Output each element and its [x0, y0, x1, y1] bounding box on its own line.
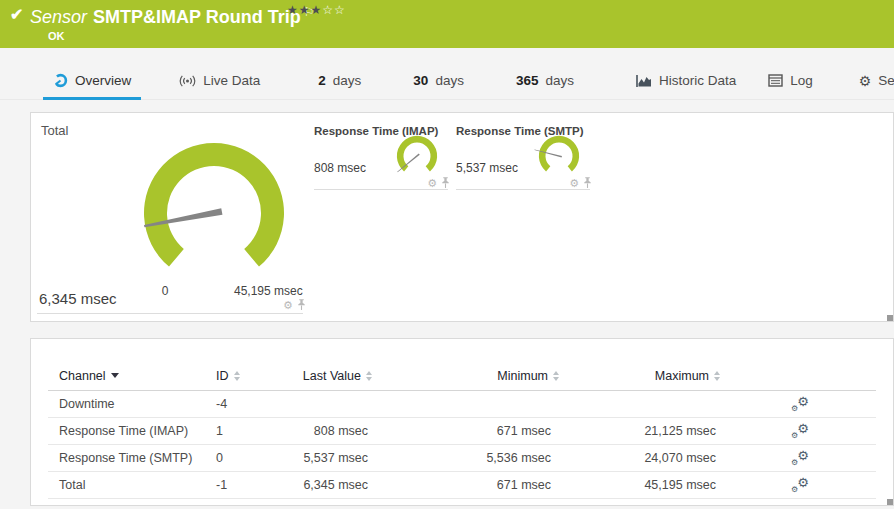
smtp-gauge [536, 133, 582, 179]
channel-settings-gears-icon[interactable]: ⚙⚙ [791, 423, 809, 439]
total-gauge-value: 6,345 msec [39, 290, 117, 307]
imap-gauge [394, 133, 440, 179]
tab-historic-data[interactable]: Historic Data [626, 65, 746, 100]
total-gauge-min-label: 0 [155, 284, 175, 298]
pin-icon[interactable] [583, 177, 592, 189]
divider [37, 313, 303, 314]
sort-desc-icon [111, 373, 119, 378]
cell-id: 1 [216, 424, 301, 438]
tab-label: days [545, 73, 574, 88]
cell-id: 0 [216, 451, 301, 465]
imap-gauge-panel: Response Time (IMAP) 808 msec ⚙ [314, 121, 454, 199]
cell-minimum: 5,536 msec [372, 451, 559, 465]
smtp-gauge-needle [534, 149, 562, 158]
column-header-id[interactable]: ID [216, 369, 301, 383]
sensor-header: ✔ SensorSMTP&IMAP Round Trip⚐ ★★★☆☆ OK [0, 0, 894, 48]
tab-number: 365 [516, 73, 539, 88]
status-ok-check-icon: ✔ [10, 5, 23, 24]
priority-stars[interactable]: ★★★☆☆ [287, 3, 346, 17]
column-header-minimum[interactable]: Minimum [372, 369, 559, 383]
tab-label: days [333, 73, 362, 88]
smtp-gauge-value: 5,537 msec [456, 161, 518, 175]
pin-icon[interactable] [441, 177, 450, 189]
log-list-icon [768, 74, 783, 87]
gauge-settings-gear-icon[interactable]: ⚙ [569, 178, 579, 189]
column-header-channel[interactable]: Channel [59, 369, 216, 383]
channel-settings-gears-icon[interactable]: ⚙⚙ [791, 450, 809, 466]
cell-last-value: 5,537 msec [301, 451, 372, 465]
cell-maximum: 45,195 msec [559, 478, 720, 492]
total-gauge-label: Total [41, 123, 68, 138]
tab-live-data[interactable]: Live Data [169, 65, 270, 100]
tab-number: 30 [413, 73, 428, 88]
priority-stars-filled: ★★★ [287, 3, 322, 17]
tab-2-days[interactable]: 2 days [308, 65, 371, 100]
tab-label: Overview [75, 73, 131, 88]
panel-resize-handle[interactable] [887, 315, 893, 321]
cell-channel: Total [59, 478, 216, 492]
imap-gauge-value: 808 msec [314, 161, 366, 175]
tab-overview[interactable]: Overview [43, 65, 141, 100]
tab-label: Live Data [203, 73, 260, 88]
cell-channel: Downtime [59, 397, 216, 411]
cell-channel: Response Time (IMAP) [59, 424, 216, 438]
gear-icon: ⚙ [859, 74, 872, 88]
pin-icon[interactable] [297, 299, 306, 311]
gauge-icon [53, 73, 68, 88]
total-gauge-max-label: 45,195 msec [234, 284, 303, 298]
area-chart-icon [636, 74, 652, 88]
sort-icon [714, 371, 720, 381]
tab-30-days[interactable]: 30 days [403, 65, 474, 100]
table-row-response-time-imap[interactable]: Response Time (IMAP) 1 808 msec 671 msec… [48, 418, 876, 445]
tab-label: days [435, 73, 464, 88]
column-label: Channel [59, 369, 106, 383]
table-header-row: Channel ID Last Value Minimum Maximum [48, 361, 876, 391]
cell-maximum: 24,070 msec [559, 451, 720, 465]
cell-maximum: 21,125 msec [559, 424, 720, 438]
channel-table: Channel ID Last Value Minimum Maximum [48, 361, 876, 499]
tab-label: Log [790, 73, 813, 88]
cell-id: -1 [216, 478, 301, 492]
table-row-total[interactable]: Total -1 6,345 msec 671 msec 45,195 msec… [48, 472, 876, 499]
tab-number: 2 [318, 73, 326, 88]
sensor-title: SMTP&IMAP Round Trip [93, 7, 301, 27]
column-header-last-value[interactable]: Last Value [301, 369, 372, 383]
divider [456, 189, 590, 190]
channels-panel: Channel ID Last Value Minimum Maximum [30, 338, 894, 506]
priority-stars-empty: ☆☆ [322, 3, 346, 17]
gauges-panel: Total 0 45,195 msec 6,345 msec ⚙ Respons… [30, 112, 894, 322]
cell-minimum: 671 msec [372, 478, 559, 492]
cell-last-value: 808 msec [301, 424, 372, 438]
tab-log[interactable]: Log [758, 65, 823, 100]
panel-resize-handle[interactable] [887, 499, 893, 505]
total-gauge [134, 133, 294, 293]
gauge-settings-gear-icon[interactable]: ⚙ [283, 300, 293, 311]
smtp-gauge-panel: Response Time (SMTP) 5,537 msec ⚙ [456, 121, 596, 199]
tab-bar: Overview Live Data 2 days 30 days 365 da… [0, 65, 894, 100]
sensor-status-badge: OK [48, 30, 65, 42]
live-data-icon [179, 74, 196, 88]
column-label: Minimum [497, 369, 548, 383]
channel-settings-gears-icon[interactable]: ⚙⚙ [791, 396, 809, 412]
tab-settings[interactable]: ⚙ Settings [849, 65, 894, 100]
tab-label: Historic Data [659, 73, 736, 88]
column-header-maximum[interactable]: Maximum [559, 369, 720, 383]
cell-id: -4 [216, 397, 301, 411]
tab-365-days[interactable]: 365 days [506, 65, 584, 100]
cell-channel: Response Time (SMTP) [59, 451, 216, 465]
gauge-settings-gear-icon[interactable]: ⚙ [427, 178, 437, 189]
cell-minimum: 671 msec [372, 424, 559, 438]
table-row-downtime[interactable]: Downtime -4 ⚙⚙ [48, 391, 876, 418]
sort-icon [234, 371, 240, 381]
tab-label: Settings [878, 73, 894, 88]
sensor-kind-label: Sensor [30, 7, 87, 27]
column-label: ID [216, 369, 229, 383]
cell-last-value: 6,345 msec [301, 478, 372, 492]
column-label: Last Value [303, 369, 361, 383]
column-label: Maximum [655, 369, 709, 383]
channel-settings-gears-icon[interactable]: ⚙⚙ [791, 477, 809, 493]
table-row-response-time-smtp[interactable]: Response Time (SMTP) 0 5,537 msec 5,536 … [48, 445, 876, 472]
divider [314, 189, 448, 190]
